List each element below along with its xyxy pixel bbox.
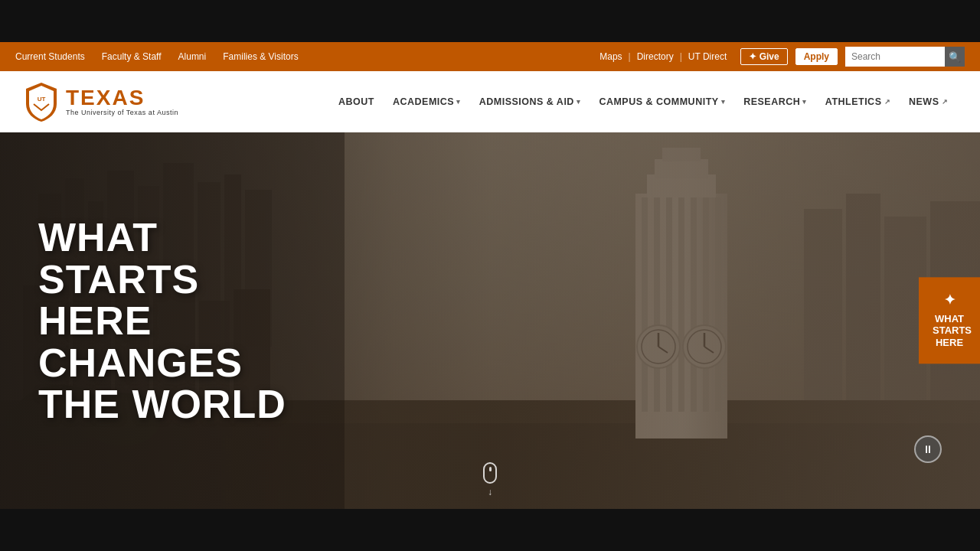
utility-links: Maps | Directory | UT Direct bbox=[593, 51, 733, 62]
news-external-icon: ↗ bbox=[942, 98, 949, 106]
headline-line2: STARTS bbox=[38, 258, 286, 300]
hero-section: WHAT STARTS HERE CHANGES THE WORLD ✦ WHA… bbox=[0, 132, 980, 509]
nav-alumni[interactable]: Alumni bbox=[178, 51, 207, 62]
widget-line2: STARTS bbox=[933, 325, 972, 337]
search-bar: 🔍 bbox=[845, 47, 965, 67]
search-input[interactable] bbox=[845, 47, 945, 67]
nav-academics[interactable]: ACADEMICS ▾ bbox=[384, 90, 470, 113]
logo-subtitle: The University of Texas at Austin bbox=[66, 109, 178, 116]
headline-line3: HERE bbox=[38, 300, 286, 342]
ut-shield-icon: UT bbox=[23, 81, 60, 123]
search-button[interactable]: 🔍 bbox=[945, 47, 965, 67]
scroll-arrow-icon: ↓ bbox=[488, 487, 492, 497]
black-bar-bottom bbox=[0, 509, 980, 551]
scroll-dot bbox=[489, 467, 492, 471]
directory-link[interactable]: Directory bbox=[631, 51, 680, 62]
admissions-caret: ▾ bbox=[577, 98, 581, 106]
widget-line1: WHAT bbox=[935, 313, 964, 324]
nav-current-students[interactable]: Current Students bbox=[15, 51, 85, 62]
main-wrapper: Current Students Faculty & Staff Alumni … bbox=[0, 42, 980, 509]
nav-families-visitors[interactable]: Families & Visitors bbox=[223, 51, 298, 62]
headline-line5: THE WORLD bbox=[38, 383, 286, 425]
campus-caret: ▾ bbox=[721, 98, 726, 106]
utility-bar: Current Students Faculty & Staff Alumni … bbox=[0, 42, 980, 71]
research-caret: ▾ bbox=[802, 98, 807, 106]
maps-link[interactable]: Maps bbox=[593, 51, 628, 62]
nav-campus[interactable]: CAMPUS & COMMUNITY ▾ bbox=[590, 90, 734, 113]
nav-athletics[interactable]: ATHLETICS ↗ bbox=[816, 90, 900, 113]
pause-icon: ⏸ bbox=[923, 443, 933, 455]
athletics-external-icon: ↗ bbox=[884, 98, 891, 106]
logo-texas: TEXAS bbox=[66, 87, 178, 109]
main-nav: UT TEXAS The University of Texas at Aust… bbox=[0, 71, 980, 132]
give-button[interactable]: ✦ Give bbox=[740, 48, 787, 65]
what-starts-here-widget[interactable]: ✦ WHAT STARTS HERE bbox=[919, 277, 980, 364]
main-nav-links: ABOUT ACADEMICS ▾ ADMISSIONS & AID ▾ CAM… bbox=[201, 90, 957, 113]
utility-bar-right: Maps | Directory | UT Direct ✦ Give Appl… bbox=[593, 47, 965, 67]
headline-line1: WHAT bbox=[38, 217, 286, 259]
headline-line4: CHANGES bbox=[38, 341, 286, 383]
pause-button[interactable]: ⏸ bbox=[914, 435, 942, 463]
star-icon: ✦ bbox=[933, 292, 966, 309]
nav-about[interactable]: ABOUT bbox=[329, 90, 384, 113]
nav-admissions[interactable]: ADMISSIONS & AID ▾ bbox=[470, 90, 590, 113]
apply-button[interactable]: Apply bbox=[795, 48, 838, 65]
nav-news[interactable]: NEWS ↗ bbox=[900, 90, 957, 113]
svg-text:UT: UT bbox=[38, 96, 46, 103]
utility-bar-left: Current Students Faculty & Staff Alumni … bbox=[15, 51, 299, 62]
nav-faculty-staff[interactable]: Faculty & Staff bbox=[102, 51, 162, 62]
logo-text: TEXAS The University of Texas at Austin bbox=[66, 87, 178, 116]
hero-headline: WHAT STARTS HERE CHANGES THE WORLD bbox=[38, 217, 286, 425]
academics-caret: ▾ bbox=[456, 98, 461, 106]
ut-direct-link[interactable]: UT Direct bbox=[682, 51, 733, 62]
scroll-mouse-icon bbox=[483, 462, 497, 484]
scroll-indicator: ↓ bbox=[483, 462, 497, 497]
black-bar-top bbox=[0, 0, 980, 42]
nav-research[interactable]: RESEARCH ▾ bbox=[734, 90, 816, 113]
logo-link[interactable]: UT TEXAS The University of Texas at Aust… bbox=[23, 81, 178, 123]
widget-line3: HERE bbox=[936, 337, 963, 348]
